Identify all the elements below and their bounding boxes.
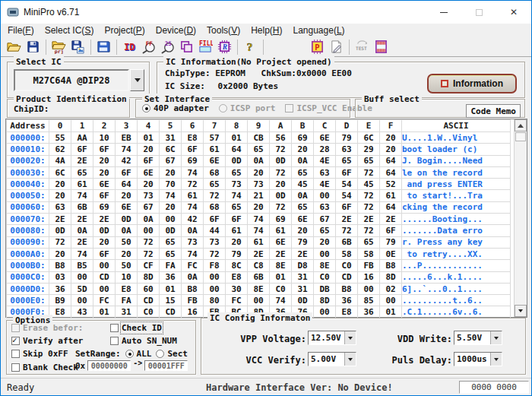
hex-byte-cell[interactable]: B8 xyxy=(49,260,71,271)
hex-byte-cell[interactable]: 8E xyxy=(314,260,336,271)
hex-byte-cell[interactable]: 0D xyxy=(49,225,71,236)
hex-byte-cell[interactable]: 20 xyxy=(226,236,248,248)
selected-ic-value[interactable]: M27C64A @DIP28 xyxy=(14,69,129,91)
hex-byte-cell[interactable]: 20 xyxy=(49,190,71,201)
hex-byte-cell[interactable]: E8 xyxy=(116,283,138,294)
hex-byte-cell[interactable]: CD xyxy=(160,306,182,318)
hex-byte-cell[interactable]: B8 xyxy=(336,283,358,294)
range-sect-radio[interactable]: Sect xyxy=(156,349,188,359)
hex-byte-cell[interactable]: 6F xyxy=(138,155,160,166)
hex-byte-cell[interactable]: CB xyxy=(248,132,270,144)
device-id-icon[interactable]: IDID xyxy=(120,39,139,55)
hex-byte-cell[interactable]: 64 xyxy=(380,201,402,213)
hex-byte-cell[interactable]: 4E xyxy=(314,179,336,190)
hex-byte-cell[interactable]: CF xyxy=(138,260,160,271)
hex-byte-cell[interactable]: 8D xyxy=(138,271,160,283)
menu-item-language-l[interactable]: Language(L) xyxy=(288,24,350,37)
menu-item-help-h[interactable]: Help(H) xyxy=(245,24,287,37)
minimize-button[interactable] xyxy=(426,1,461,24)
hex-byte-cell[interactable]: 20 xyxy=(270,179,292,190)
vdd-write-select[interactable]: 5.50V xyxy=(454,331,502,345)
hex-byte-cell[interactable]: F8 xyxy=(204,260,226,271)
hex-byte-cell[interactable]: 43 xyxy=(71,306,93,318)
hex-byte-cell[interactable]: 62 xyxy=(49,144,71,155)
hex-byte-cell[interactable]: 69 xyxy=(182,155,204,166)
hex-byte-cell[interactable]: 6F xyxy=(71,144,93,155)
hex-byte-cell[interactable]: 31 xyxy=(292,283,314,294)
menu-item-project-p[interactable]: Project(P) xyxy=(99,24,150,37)
menu-item-tools-v[interactable]: Tools(V) xyxy=(201,24,245,37)
hex-byte-cell[interactable]: 01 xyxy=(160,283,182,294)
hex-byte-cell[interactable]: AA xyxy=(71,132,93,144)
hex-byte-cell[interactable]: FC xyxy=(226,295,248,306)
vpp-voltage-select[interactable]: 12.50V xyxy=(308,331,356,345)
hex-byte-cell[interactable]: 2E xyxy=(380,214,402,225)
hex-byte-cell[interactable]: 72 xyxy=(358,166,380,178)
hex-byte-cell[interactable]: D8 xyxy=(292,260,314,271)
hex-byte-cell[interactable]: 65 xyxy=(160,248,182,259)
hex-byte-cell[interactable]: 02 xyxy=(380,283,402,294)
hex-byte-cell[interactable]: 6E xyxy=(314,132,336,144)
hex-byte-cell[interactable]: 0E xyxy=(380,248,402,259)
hex-byte-cell[interactable]: 65 xyxy=(226,166,248,178)
hex-byte-cell[interactable]: B5 xyxy=(71,260,93,271)
hex-byte-cell[interactable]: 73 xyxy=(226,179,248,190)
hex-byte-cell[interactable]: FA xyxy=(160,260,182,271)
hex-byte-cell[interactable]: 6E xyxy=(116,201,138,213)
hex-byte-cell[interactable]: 2E xyxy=(49,214,71,225)
dropdown-button[interactable] xyxy=(344,353,356,366)
read-chip-icon[interactable]: R xyxy=(215,39,234,55)
hex-byte-cell[interactable]: 45 xyxy=(292,179,314,190)
hex-byte-cell[interactable]: 6E xyxy=(292,214,314,225)
hex-byte-cell[interactable]: 2E xyxy=(270,248,292,259)
hex-byte-cell[interactable]: 31 xyxy=(116,306,138,318)
hex-byte-cell[interactable]: 0D xyxy=(292,295,314,306)
hex-byte-cell[interactable]: 6E xyxy=(93,179,116,190)
hex-byte-cell[interactable]: 4E xyxy=(314,155,336,166)
hex-byte-cell[interactable]: 80 xyxy=(204,295,226,306)
hex-byte-cell[interactable]: 20 xyxy=(380,132,402,144)
hex-byte-cell[interactable]: FB xyxy=(358,260,380,271)
save-project-icon[interactable] xyxy=(68,39,87,55)
hex-byte-cell[interactable]: 6B xyxy=(336,236,358,248)
hex-byte-cell[interactable]: 72 xyxy=(138,236,160,248)
hex-byte-cell[interactable]: 0D xyxy=(116,214,138,225)
hex-byte-cell[interactable]: CD xyxy=(336,271,358,283)
save-all-icon[interactable] xyxy=(94,39,113,55)
auto-sn-num-checkbox[interactable]: Auto SN_NUM xyxy=(110,336,177,346)
hex-byte-cell[interactable]: 61 xyxy=(248,236,270,248)
hex-byte-cell[interactable]: 20 xyxy=(138,179,160,190)
hex-byte-cell[interactable]: 44 xyxy=(204,225,226,236)
hex-byte-cell[interactable]: 72 xyxy=(336,225,358,236)
hex-byte-cell[interactable]: 30 xyxy=(226,283,248,294)
hex-byte-cell[interactable]: 00 xyxy=(71,271,93,283)
hex-byte-cell[interactable]: 6F xyxy=(380,225,402,236)
hex-byte-cell[interactable]: 00 xyxy=(314,306,336,318)
hex-byte-cell[interactable]: CD xyxy=(93,271,116,283)
range-from-field[interactable]: 00000000 xyxy=(87,360,131,371)
hex-byte-cell[interactable]: 42 xyxy=(116,155,138,166)
hex-byte-cell[interactable]: 52 xyxy=(380,179,402,190)
hex-byte-cell[interactable]: 65 xyxy=(358,236,380,248)
select-ic-dropdown-button[interactable] xyxy=(130,69,144,91)
hex-byte-cell[interactable]: 55 xyxy=(49,132,71,144)
hex-byte-cell[interactable]: 79 xyxy=(336,132,358,144)
hex-byte-cell[interactable]: 64 xyxy=(226,144,248,155)
hex-byte-cell[interactable]: 20 xyxy=(116,248,138,259)
hex-byte-cell[interactable]: 2E xyxy=(292,248,314,259)
hex-byte-cell[interactable]: 8E xyxy=(248,283,270,294)
hex-byte-cell[interactable]: 6B xyxy=(248,271,270,283)
hex-byte-cell[interactable]: 72 xyxy=(138,248,160,259)
menu-item-device-d[interactable]: Device(D) xyxy=(150,24,201,37)
edit-buffer-icon[interactable] xyxy=(327,39,346,55)
hex-byte-cell[interactable]: 15 xyxy=(160,295,182,306)
hex-byte-cell[interactable]: 20 xyxy=(160,201,182,213)
hex-byte-cell[interactable]: 0A xyxy=(292,155,314,166)
hex-byte-cell[interactable]: 36 xyxy=(160,271,182,283)
hex-byte-cell[interactable]: 20 xyxy=(138,144,160,155)
open-file-icon[interactable] xyxy=(5,39,24,55)
hex-byte-cell[interactable]: 6F xyxy=(336,201,358,213)
hex-byte-cell[interactable]: 29 xyxy=(358,144,380,155)
hex-byte-cell[interactable]: 00 xyxy=(93,260,116,271)
hex-byte-cell[interactable]: 20 xyxy=(93,236,116,248)
